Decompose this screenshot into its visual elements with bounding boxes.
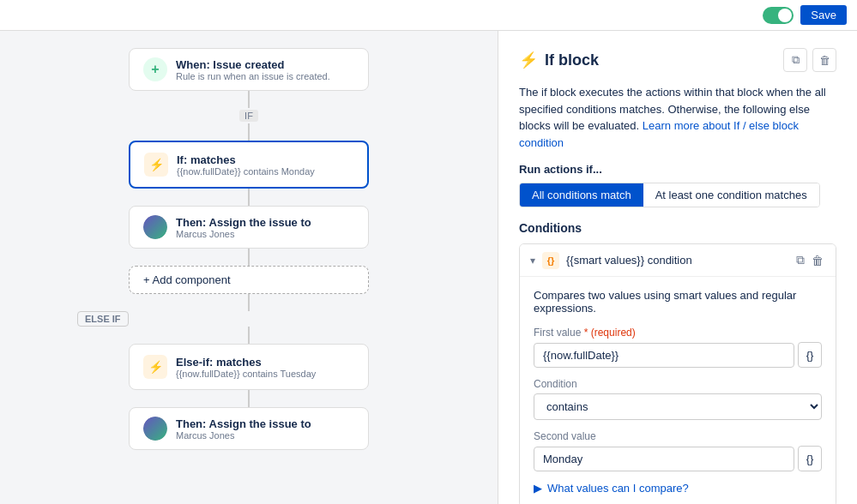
copy-condition-button[interactable]: ⧉ bbox=[794, 251, 806, 269]
condition-title: {{smart values}} condition bbox=[566, 254, 692, 267]
then-node: Then: Assign the issue to Marcus Jones bbox=[129, 206, 369, 249]
else-if-node-title: Else-if: matches bbox=[176, 356, 316, 369]
then-node-title: Then: Assign the issue to bbox=[176, 216, 311, 229]
trigger-node: + When: Issue created Rule is run when a… bbox=[129, 48, 369, 91]
add-component-button[interactable]: + Add component bbox=[129, 266, 369, 294]
top-bar: Save bbox=[0, 0, 857, 31]
if-node-title: If: matches bbox=[177, 153, 315, 166]
else-if-node-subtitle: {{now.fullDate}} contains Tuesday bbox=[176, 369, 316, 379]
then-node-2: Then: Assign the issue to Marcus Jones bbox=[129, 407, 369, 450]
first-value-input[interactable] bbox=[534, 343, 794, 368]
second-value-label: Second value bbox=[534, 430, 822, 442]
line3 bbox=[248, 189, 250, 206]
if-node-text: If: matches {{now.fullDate}} contains Mo… bbox=[177, 153, 315, 177]
panel-description: The if block executes the actions within… bbox=[519, 84, 836, 151]
line2 bbox=[248, 123, 250, 141]
tab-all-conditions[interactable]: All conditions match bbox=[520, 183, 643, 207]
then-node-text: Then: Assign the issue to Marcus Jones bbox=[176, 216, 311, 239]
delete-panel-button[interactable]: 🗑 bbox=[812, 48, 836, 72]
right-panel: ⚡ If block ⧉ 🗑 The if block executes the… bbox=[498, 31, 857, 504]
condition-body: Compares two values using smart values a… bbox=[520, 277, 836, 504]
connector-if: IF bbox=[239, 91, 258, 141]
if-node-subtitle: {{now.fullDate}} contains Monday bbox=[177, 166, 315, 177]
first-value-group: First value * (required) {} bbox=[534, 327, 822, 368]
workflow-container: + When: Issue created Rule is run when a… bbox=[51, 48, 446, 450]
else-if-node-text: Else-if: matches {{now.fullDate}} contai… bbox=[176, 356, 316, 379]
first-value-input-row: {} bbox=[534, 342, 822, 368]
chevron-down-icon[interactable]: ▾ bbox=[530, 255, 535, 267]
copy-panel-button[interactable]: ⧉ bbox=[783, 48, 807, 72]
trigger-subtitle: Rule is run when an issue is created. bbox=[176, 71, 330, 81]
condition-desc: Compares two values using smart values a… bbox=[534, 289, 822, 315]
else-if-node[interactable]: ⚡ Else-if: matches {{now.fullDate}} cont… bbox=[129, 344, 369, 390]
save-button[interactable]: Save bbox=[800, 5, 847, 25]
condition-dropdown-label: Condition bbox=[534, 378, 822, 390]
condition-select[interactable]: contains equals starts with ends with ma… bbox=[534, 393, 822, 420]
then-avatar-2 bbox=[143, 417, 167, 441]
then-node2-subtitle: Marcus Jones bbox=[176, 430, 311, 441]
else-if-label: ELSE IF bbox=[77, 311, 129, 327]
condition-type-icon: {} bbox=[542, 252, 559, 269]
panel-title: If block bbox=[545, 51, 599, 69]
line6 bbox=[248, 327, 250, 344]
if-label: IF bbox=[239, 110, 258, 122]
chevron-right-icon: ▶ bbox=[534, 482, 542, 495]
line1 bbox=[248, 91, 250, 108]
first-value-label: First value * (required) bbox=[534, 327, 822, 339]
canvas-area: + When: Issue created Rule is run when a… bbox=[0, 31, 498, 504]
panel-title-row: ⚡ If block bbox=[519, 51, 599, 69]
tab-group: All conditions match At least one condit… bbox=[519, 183, 820, 207]
avatar-image-2 bbox=[143, 417, 167, 441]
second-value-group: Second value {} bbox=[534, 430, 822, 471]
condition-block: ▾ {} {{smart values}} condition ⧉ 🗑 Comp… bbox=[519, 243, 836, 504]
required-indicator: * (required) bbox=[584, 327, 636, 339]
then-node-subtitle: Marcus Jones bbox=[176, 229, 311, 239]
second-value-input[interactable] bbox=[534, 447, 794, 471]
conditions-label: Conditions bbox=[519, 221, 836, 235]
then-node2-title: Then: Assign the issue to bbox=[176, 417, 311, 430]
condition-header: ▾ {} {{smart values}} condition ⧉ 🗑 bbox=[520, 244, 836, 277]
then-node2-text: Then: Assign the issue to Marcus Jones bbox=[176, 417, 311, 441]
what-values-row[interactable]: ▶ What values can I compare? bbox=[534, 482, 822, 495]
condition-header-left: ▾ {} {{smart values}} condition bbox=[530, 252, 692, 269]
else-if-icon: ⚡ bbox=[143, 355, 167, 379]
trigger-title: When: Issue created bbox=[176, 58, 330, 71]
main-layout: + When: Issue created Rule is run when a… bbox=[0, 31, 857, 504]
run-actions-label: Run actions if... bbox=[519, 163, 836, 176]
condition-dropdown-group: Condition contains equals starts with en… bbox=[534, 378, 822, 420]
trigger-text: When: Issue created Rule is run when an … bbox=[176, 58, 330, 81]
if-icon: ⚡ bbox=[144, 153, 168, 177]
panel-icon: ⚡ bbox=[519, 51, 538, 69]
what-values-label: What values can I compare? bbox=[547, 482, 689, 495]
second-value-input-row: {} bbox=[534, 446, 822, 471]
line4 bbox=[248, 249, 250, 266]
condition-header-actions: ⧉ 🗑 bbox=[794, 251, 825, 269]
panel-header: ⚡ If block ⧉ 🗑 bbox=[519, 48, 836, 72]
line7 bbox=[248, 390, 250, 407]
panel-actions: ⧉ 🗑 bbox=[783, 48, 836, 72]
avatar-image bbox=[143, 215, 167, 239]
trigger-icon: + bbox=[143, 57, 167, 81]
tab-at-least-one[interactable]: At least one condition matches bbox=[643, 183, 819, 207]
toggle-switch[interactable] bbox=[763, 7, 794, 24]
delete-condition-button[interactable]: 🗑 bbox=[810, 251, 825, 269]
line5 bbox=[248, 294, 250, 311]
then-avatar bbox=[143, 215, 167, 239]
first-value-curly-button[interactable]: {} bbox=[798, 342, 822, 368]
second-value-curly-button[interactable]: {} bbox=[798, 446, 822, 471]
if-node[interactable]: ⚡ If: matches {{now.fullDate}} contains … bbox=[129, 141, 369, 189]
